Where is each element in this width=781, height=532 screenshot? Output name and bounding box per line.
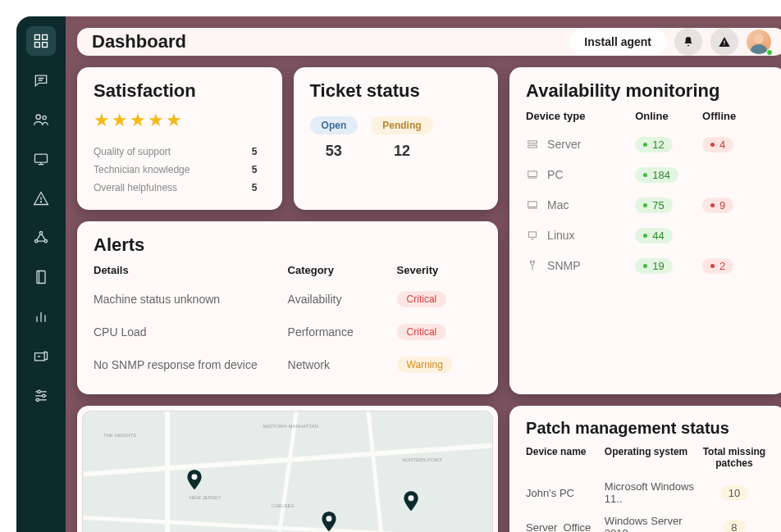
nav-docs[interactable]	[26, 262, 56, 292]
nav-billing[interactable]	[26, 341, 56, 371]
alerts-header: Details Category Severity	[94, 264, 482, 283]
nav-dashboard[interactable]	[26, 26, 56, 56]
alerts-title: Alerts	[94, 234, 482, 256]
tickets-pending: Pending 12	[371, 116, 432, 160]
map-pin-icon[interactable]	[320, 512, 338, 532]
svg-point-15	[44, 240, 47, 243]
svg-rect-39	[533, 261, 534, 262]
satisfaction-row: Quality of support5	[94, 143, 266, 161]
svg-rect-2	[35, 43, 40, 48]
satisfaction-row: Overall helpfulness5	[94, 179, 266, 197]
star-icon: ★	[94, 110, 110, 131]
star-icon: ★	[166, 110, 182, 131]
nav-messages[interactable]	[26, 66, 56, 95]
svg-rect-36	[528, 231, 536, 236]
svg-rect-34	[528, 201, 537, 206]
availability-header: Device type Online Offline	[526, 110, 770, 129]
page-title: Dashboard	[92, 31, 186, 52]
server-icon	[526, 139, 539, 150]
avatar-wrapper[interactable]	[738, 30, 771, 54]
availability-row: Linux 44	[526, 220, 770, 250]
patch-row: Server_Office Windows Server 2019 8	[526, 510, 770, 532]
install-agent-button[interactable]: Install agent	[569, 29, 666, 55]
star-icon: ★	[112, 110, 128, 131]
svg-point-13	[39, 232, 42, 234]
svg-point-12	[41, 202, 42, 202]
svg-point-44	[409, 495, 414, 501]
satisfaction-card: Satisfaction ★ ★ ★ ★ ★ Quality of suppor…	[77, 67, 282, 210]
main: Dashboard Install agent Satisfaction ★ ★…	[66, 16, 781, 532]
star-icon: ★	[148, 110, 164, 131]
alert-row: Machine status unknown Availability Crit…	[94, 283, 482, 316]
map-pin-icon[interactable]	[402, 491, 420, 516]
svg-point-25	[43, 394, 45, 397]
svg-point-29	[724, 44, 724, 45]
svg-rect-3	[43, 43, 48, 48]
svg-rect-31	[528, 145, 537, 148]
linux-icon	[526, 230, 539, 241]
svg-point-23	[38, 390, 40, 393]
svg-point-6	[36, 115, 40, 119]
nav-devices[interactable]	[26, 144, 56, 174]
availability-row: PC 184	[526, 159, 770, 189]
presence-dot-icon	[766, 49, 773, 56]
satisfaction-title: Satisfaction	[94, 80, 266, 102]
pc-icon	[526, 169, 539, 180]
alerts-card: Alerts Details Category Severity Machine…	[77, 221, 498, 394]
stars: ★ ★ ★ ★ ★	[94, 110, 266, 131]
nav-reports[interactable]	[26, 302, 56, 331]
svg-point-43	[327, 516, 332, 522]
map[interactable]: THE HEIGHTS MIDTOWN MANHATTAN NEW JERSEY…	[82, 411, 493, 532]
availability-row: Mac 75 9	[526, 189, 770, 220]
svg-point-7	[43, 116, 46, 119]
nav-alerts[interactable]	[26, 184, 56, 213]
ticket-status-card: Ticket status Open 53 Pending 12	[294, 67, 499, 210]
notifications-button[interactable]	[674, 28, 702, 56]
svg-rect-16	[37, 271, 45, 284]
availability-row: SNMP 19 2	[526, 250, 770, 280]
tickets-open: Open 53	[310, 116, 359, 160]
map-card: THE HEIGHTS MIDTOWN MANHATTAN NEW JERSEY…	[77, 406, 498, 532]
availability-card: Availability monitoring Device type Onli…	[509, 67, 781, 394]
dashboard-grid: Satisfaction ★ ★ ★ ★ ★ Quality of suppor…	[77, 67, 781, 532]
svg-point-41	[191, 475, 197, 480]
svg-rect-30	[528, 140, 537, 143]
warnings-button[interactable]	[710, 28, 738, 56]
svg-rect-8	[35, 154, 48, 162]
alert-row: CPU Load Performance Critical	[94, 316, 482, 348]
svg-rect-28	[724, 41, 724, 43]
svg-rect-0	[35, 35, 40, 40]
snmp-icon	[526, 260, 539, 271]
svg-rect-32	[528, 171, 537, 175]
topbar: Dashboard Install agent	[77, 28, 781, 56]
sidebar	[16, 16, 66, 532]
nav-network[interactable]	[26, 223, 56, 252]
patches-header: Device name Operating system Total missi…	[526, 446, 770, 475]
app-shell: Dashboard Install agent Satisfaction ★ ★…	[16, 16, 781, 532]
mac-icon	[526, 199, 539, 211]
satisfaction-row: Technician knowledge5	[94, 161, 266, 179]
nav-settings[interactable]	[26, 380, 56, 410]
nav-users[interactable]	[26, 105, 56, 134]
map-pin-icon[interactable]	[185, 470, 203, 494]
availability-row: Server 12 4	[526, 129, 770, 159]
svg-point-14	[35, 240, 38, 243]
alert-row: No SNMP response from device Network War…	[94, 348, 482, 381]
star-icon: ★	[130, 110, 146, 131]
patch-management-card: Patch management status Device name Oper…	[509, 406, 781, 532]
svg-point-27	[36, 398, 39, 401]
patches-title: Patch management status	[526, 419, 770, 438]
tickets-title: Ticket status	[310, 80, 482, 102]
svg-rect-1	[43, 35, 48, 40]
svg-rect-38	[531, 261, 532, 262]
patch-row: John's PC Microsoft Windows 11.. 10	[526, 475, 770, 510]
availability-title: Availability monitoring	[526, 80, 770, 102]
